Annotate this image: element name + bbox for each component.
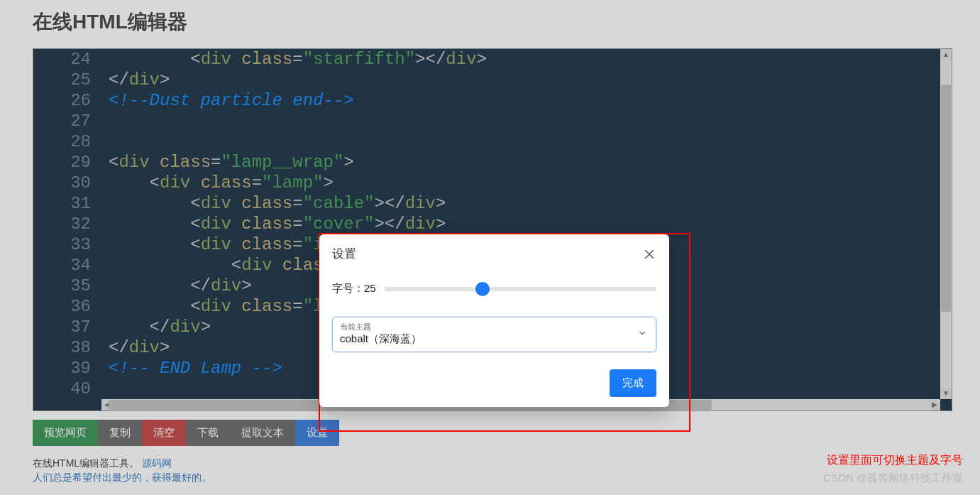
modal-title: 设置	[332, 246, 356, 262]
theme-select-value: cobalt（深海蓝）	[340, 332, 422, 344]
close-icon[interactable]	[642, 247, 656, 261]
theme-select[interactable]: 当前主题 cobalt（深海蓝）	[332, 317, 656, 352]
theme-select-label: 当前主题	[340, 322, 632, 332]
font-size-label: 字号：25	[332, 282, 376, 295]
watermark: CSDN @孤客网络科技工作室	[823, 472, 963, 485]
slider-thumb[interactable]	[475, 282, 490, 296]
annotation-text: 设置里面可切换主题及字号	[827, 453, 963, 468]
font-size-slider[interactable]	[385, 287, 656, 291]
settings-modal: 设置 字号：25 当前主题 cobalt（深海蓝） 完成	[319, 234, 669, 407]
done-button[interactable]: 完成	[610, 369, 656, 397]
chevron-down-icon	[637, 328, 647, 341]
